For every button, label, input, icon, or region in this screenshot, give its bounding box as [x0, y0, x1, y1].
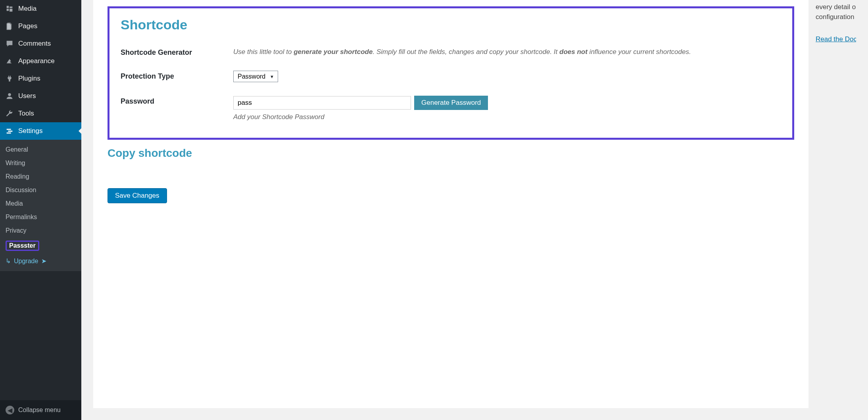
collapse-icon: ◀ [6, 406, 14, 414]
protection-type-select[interactable]: Password [233, 71, 278, 82]
aside-text-2: configuration of p [816, 12, 856, 22]
nav-label: Appearance [18, 57, 55, 65]
plugins-icon [5, 74, 14, 83]
protection-select-wrap: Password [233, 71, 278, 82]
send-icon: ➤ [41, 257, 46, 265]
generate-password-button[interactable]: Generate Password [414, 96, 488, 110]
field-password: Generate Password Add your Shortcode Pas… [233, 96, 781, 121]
nav-comments[interactable]: Comments [0, 35, 81, 52]
password-hint: Add your Shortcode Password [233, 113, 781, 121]
tools-icon [5, 109, 14, 118]
svg-rect-3 [7, 133, 11, 134]
nav-appearance[interactable]: Appearance [0, 52, 81, 70]
nav-label: Plugins [18, 75, 40, 83]
main-area: Shortcode Shortcode Generator Use this l… [81, 0, 868, 420]
media-icon [5, 4, 14, 13]
label-protection-type: Protection Type [121, 71, 233, 81]
subnav-permalinks[interactable]: Permalinks [0, 210, 81, 224]
row-password: Password Generate Password Add your Shor… [121, 96, 781, 121]
admin-sidebar: Media Pages Comments Appearance Plugins … [0, 0, 81, 420]
subnav-reading[interactable]: Reading [0, 170, 81, 183]
row-protection-type: Protection Type Password [121, 71, 781, 82]
nav-label: Settings [18, 127, 42, 135]
nav-label: Media [18, 5, 36, 13]
docs-aside: every detail on th configuration of p Re… [808, 0, 856, 408]
comments-icon [5, 39, 14, 48]
nav-media[interactable]: Media [0, 0, 81, 17]
settings-card: Shortcode Shortcode Generator Use this l… [93, 0, 808, 408]
section-title-copy-shortcode: Copy shortcode [108, 147, 794, 160]
nav-tools[interactable]: Tools [0, 105, 81, 122]
row-generator: Shortcode Generator Use this little tool… [121, 47, 781, 57]
collapse-menu[interactable]: ◀ Collapse menu [0, 400, 81, 420]
collapse-label: Collapse menu [18, 407, 61, 414]
settings-icon [5, 126, 14, 136]
nav-label: Pages [18, 22, 37, 30]
nav-users[interactable]: Users [0, 87, 81, 105]
aside-text-1: every detail on th [816, 2, 856, 12]
appearance-icon [5, 56, 14, 66]
field-protection-type: Password [233, 71, 781, 82]
users-icon [5, 91, 14, 101]
content-wrap: Shortcode Shortcode Generator Use this l… [81, 0, 868, 420]
upgrade-label: Upgrade [14, 258, 38, 265]
subnav-discussion[interactable]: Discussion [0, 183, 81, 197]
subnav-general[interactable]: General [0, 143, 81, 156]
generator-description: Use this little tool to generate your sh… [233, 47, 781, 57]
nav-pages[interactable]: Pages [0, 17, 81, 35]
subnav-privacy[interactable]: Privacy [0, 224, 81, 237]
label-password: Password [121, 96, 233, 106]
nav-plugins[interactable]: Plugins [0, 70, 81, 87]
svg-rect-2 [8, 131, 12, 132]
section-title-shortcode: Shortcode [121, 17, 781, 33]
nav-settings[interactable]: Settings [0, 122, 81, 140]
subnav-media[interactable]: Media [0, 197, 81, 210]
subnav-writing[interactable]: Writing [0, 156, 81, 170]
passster-highlight-box: Passster [6, 241, 39, 251]
password-input[interactable] [233, 96, 411, 110]
nav-label: Comments [18, 40, 51, 48]
upgrade-arrow-icon: ↳ [6, 257, 11, 265]
pages-icon [5, 21, 14, 31]
upgrade-link[interactable]: ↳ Upgrade ➤ [0, 254, 81, 268]
settings-submenu: General Writing Reading Discussion Media… [0, 140, 81, 271]
save-changes-button[interactable]: Save Changes [108, 188, 167, 203]
shortcode-highlight-box: Shortcode Shortcode Generator Use this l… [108, 6, 794, 140]
svg-rect-1 [7, 129, 11, 130]
read-docs-link[interactable]: Read the Docs [816, 35, 856, 43]
field-generator: Use this little tool to generate your sh… [233, 47, 781, 57]
label-generator: Shortcode Generator [121, 47, 233, 57]
nav-label: Users [18, 92, 36, 100]
subnav-passster[interactable]: Passster [0, 237, 81, 254]
password-input-row: Generate Password [233, 96, 781, 110]
nav-label: Tools [18, 110, 34, 118]
svg-point-0 [8, 93, 11, 96]
